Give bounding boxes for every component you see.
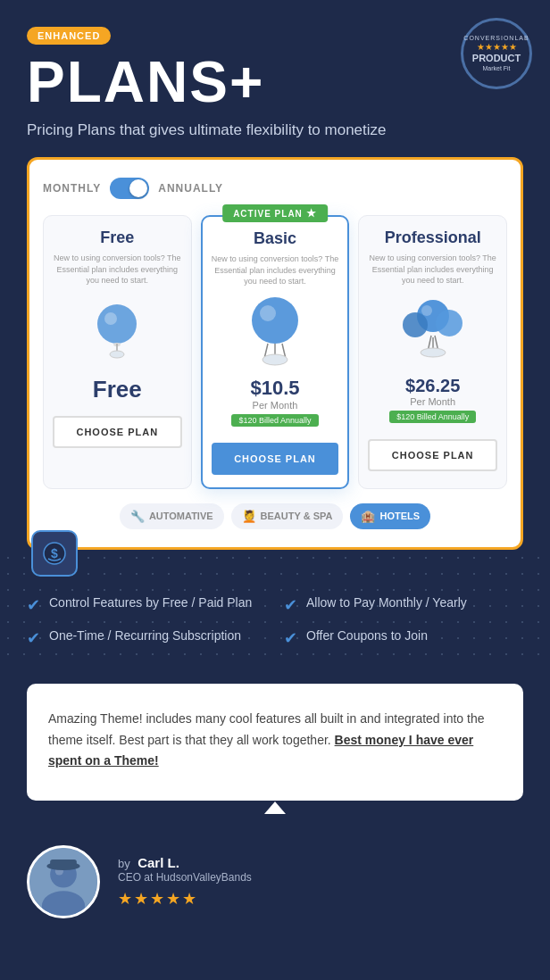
feature-item-1: ✔ Allow to Pay Monthly / Yearly <box>284 594 523 615</box>
plan-card-professional: Professional New to using conversion too… <box>358 215 507 489</box>
testimonial-pointer <box>27 801 523 813</box>
plan-card-basic: ACTIVE PLAN ★ Basic New to using convers… <box>201 215 350 489</box>
testimonial-text: Amazing Theme! includes many cool featur… <box>48 709 502 772</box>
tab-automative-label: AUTOMATIVE <box>149 511 213 521</box>
svg-point-0 <box>97 304 137 344</box>
check-icon-1: ✔ <box>284 595 297 615</box>
billing-toggle[interactable] <box>110 178 149 199</box>
feature-item-2: ✔ One-Time / Recurring Subscription <box>27 627 266 648</box>
svg-point-14 <box>421 305 432 316</box>
tab-beauty-spa[interactable]: 💆 BEAUTY & SPA <box>231 503 344 529</box>
main-title: PLANS+ <box>27 54 523 111</box>
feature-text-1: Allow to Pay Monthly / Yearly <box>306 594 467 612</box>
industry-tabs: 🔧 AUTOMATIVE 💆 BEAUTY & SPA 🏨 HOTELS <box>43 503 507 529</box>
tab-hotels[interactable]: 🏨 HOTELS <box>350 503 430 529</box>
hotels-icon: 🏨 <box>361 510 375 523</box>
plan-illustration-free <box>81 295 153 367</box>
plan-name-free: Free <box>53 228 182 247</box>
price-period-basic: Per Month <box>212 400 339 411</box>
feature-text-2: One-Time / Recurring Subscription <box>49 627 241 645</box>
testimonial-section: Amazing Theme! includes many cool featur… <box>0 666 550 836</box>
price-amount-pro: $26.25 <box>368 376 497 396</box>
svg-rect-26 <box>50 860 77 868</box>
svg-point-13 <box>436 310 462 336</box>
subtitle: Pricing Plans that gives ultimate flexib… <box>27 121 523 139</box>
header: ENHANCED PLANS+ Pricing Plans that gives… <box>0 0 550 157</box>
billing-toggle-row: MONTHLY ANNUALLY <box>43 178 507 199</box>
author-section: by Carl L. CEO at HudsonValleyBands ★★★★… <box>0 836 550 945</box>
award-line3: Market Fit <box>482 65 510 72</box>
tab-hotels-label: HOTELS <box>379 511 420 521</box>
svg-point-1 <box>104 312 117 325</box>
choose-btn-free[interactable]: CHOOSE PLAN <box>53 416 182 448</box>
check-icon-2: ✔ <box>27 628 40 648</box>
price-display-free: Free <box>53 376 182 403</box>
price-display-pro: $26.25 Per Month $120 Billed Annually <box>368 376 497 427</box>
award-badge: CONVERSIONLAB ★★★★★ PRODUCT Market Fit <box>461 18 532 89</box>
author-name: Carl L. <box>138 855 179 870</box>
beauty-icon: 💆 <box>242 510 256 523</box>
pointer-triangle <box>264 801 286 814</box>
author-by-text: by Carl L. <box>118 855 252 871</box>
check-icon-3: ✔ <box>284 628 297 648</box>
choose-btn-basic[interactable]: CHOOSE PLAN <box>212 443 339 475</box>
features-section: ✔ Control Features by Free / Paid Plan ✔… <box>0 550 550 666</box>
award-stars: ★★★★★ <box>477 42 517 53</box>
svg-text:$: $ <box>51 546 58 561</box>
svg-point-6 <box>260 305 276 321</box>
author-avatar <box>27 845 100 918</box>
plan-illustration-basic <box>239 296 311 368</box>
feature-text-3: Offer Coupons to Join <box>306 627 428 645</box>
automative-icon: 🔧 <box>130 510 145 523</box>
billed-badge-pro: $120 Billed Annually <box>389 411 476 423</box>
plan-desc-free: New to using conversion tools? The Essen… <box>53 253 182 287</box>
choose-btn-pro[interactable]: CHOOSE PLAN <box>368 439 497 471</box>
price-period-pro: Per Month <box>368 396 497 407</box>
features-grid: ✔ Control Features by Free / Paid Plan ✔… <box>27 594 523 648</box>
plan-name-basic: Basic <box>212 229 339 248</box>
award-line1: CONVERSIONLAB <box>463 35 529 42</box>
price-amount-free: Free <box>53 376 182 403</box>
toggle-knob <box>129 179 147 197</box>
svg-point-10 <box>262 354 288 365</box>
tab-automative[interactable]: 🔧 AUTOMATIVE <box>120 503 224 529</box>
plans-grid: Free New to using conversion tools? The … <box>43 215 507 489</box>
svg-point-12 <box>403 312 428 337</box>
active-plan-banner: ACTIVE PLAN ★ <box>222 204 328 222</box>
plan-desc-basic: New to using conversion tools? The Essen… <box>212 253 339 287</box>
plan-desc-pro: New to using conversion tools? The Essen… <box>368 253 497 287</box>
testimonial-card: Amazing Theme! includes many cool featur… <box>27 684 523 801</box>
billed-badge-basic: $120 Billed Annually <box>231 414 318 427</box>
author-stars: ★★★★★ <box>118 889 252 909</box>
pricing-cards-section: MONTHLY ANNUALLY Free New to using conve… <box>27 157 523 550</box>
plan-illustration-pro <box>397 295 469 367</box>
author-text: by Carl L. CEO at HudsonValleyBands ★★★★… <box>118 855 252 909</box>
price-amount-basic: $10.5 <box>212 377 339 400</box>
award-line2: PRODUCT <box>472 53 521 64</box>
tab-beauty-label: BEAUTY & SPA <box>261 511 333 521</box>
plan-card-free: Free New to using conversion tools? The … <box>43 215 192 489</box>
award-circle: CONVERSIONLAB ★★★★★ PRODUCT Market Fit <box>461 18 532 89</box>
monthly-label: MONTHLY <box>43 182 101 195</box>
check-icon-0: ✔ <box>27 595 40 615</box>
feature-text-0: Control Features by Free / Paid Plan <box>49 594 252 612</box>
svg-point-4 <box>110 351 124 358</box>
svg-point-5 <box>252 297 298 344</box>
author-title: CEO at HudsonValleyBands <box>118 871 252 884</box>
dollar-float-icon: $ <box>31 530 78 577</box>
enhanced-badge: ENHANCED <box>27 27 111 45</box>
feature-item-3: ✔ Offer Coupons to Join <box>284 627 523 648</box>
svg-point-18 <box>421 348 446 357</box>
annually-label: ANNUALLY <box>158 182 223 195</box>
plan-name-pro: Professional <box>368 228 497 247</box>
feature-item-0: ✔ Control Features by Free / Paid Plan <box>27 594 266 615</box>
price-display-basic: $10.5 Per Month $120 Billed Annually <box>212 377 339 430</box>
